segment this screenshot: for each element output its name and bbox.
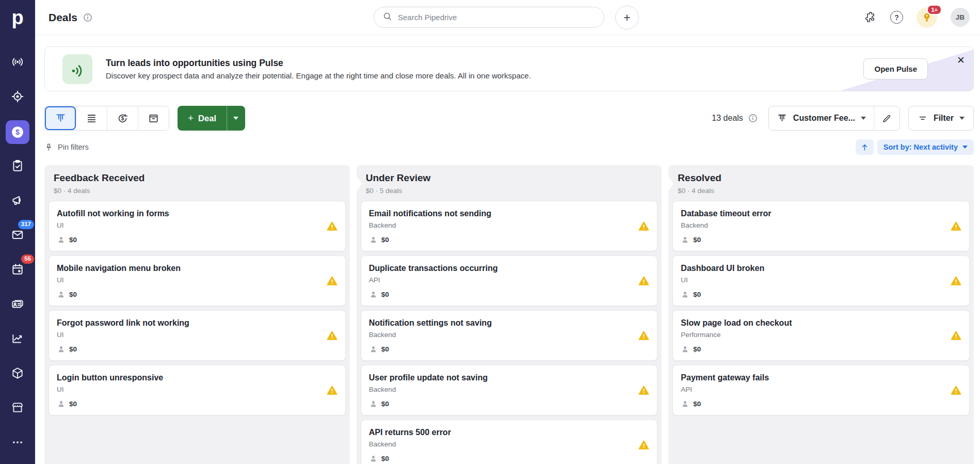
pipedrive-app: p $ bbox=[0, 0, 980, 464]
sidebar-item-marketplace[interactable] bbox=[0, 391, 35, 426]
suggestions-bulb-icon[interactable]: 1+ bbox=[917, 7, 937, 28]
deal-value: $0 bbox=[693, 236, 701, 244]
deal-title: Dashboard UI broken bbox=[681, 263, 946, 274]
mail-icon bbox=[11, 228, 24, 244]
sidebar-item-more[interactable] bbox=[0, 426, 35, 460]
kanban-board: Feedback Received $0 · 4 deals Autofill … bbox=[44, 165, 974, 464]
sidebar-item-mail[interactable]: 317 bbox=[0, 218, 35, 253]
ellipsis-icon bbox=[11, 436, 24, 451]
sidebar-nav: $ 317 55 bbox=[0, 35, 35, 460]
global-search[interactable] bbox=[374, 7, 604, 28]
owner-avatar-icon bbox=[369, 235, 378, 244]
warning-icon bbox=[638, 440, 649, 450]
user-avatar[interactable]: JB bbox=[951, 8, 970, 27]
deal-label: UI bbox=[57, 221, 323, 230]
owner-avatar-icon bbox=[369, 454, 378, 463]
deal-label: UI bbox=[57, 330, 323, 339]
archive-view-button[interactable] bbox=[138, 106, 169, 130]
deals-count-info-icon[interactable] bbox=[748, 113, 758, 123]
deal-title: Autofill not working in forms bbox=[57, 208, 323, 219]
sidebar-item-deals[interactable]: $ bbox=[0, 115, 35, 149]
deal-label: API bbox=[681, 385, 946, 394]
deal-value: $0 bbox=[381, 345, 389, 353]
sidebar-item-prospecting[interactable] bbox=[0, 80, 35, 115]
deal-card[interactable]: Dashboard UI broken UI $0 bbox=[672, 255, 970, 306]
search-input[interactable] bbox=[398, 13, 596, 22]
owner-avatar-icon bbox=[57, 235, 66, 244]
deal-card[interactable]: Notification settings not saving Backend… bbox=[361, 310, 658, 361]
kanban-view-button[interactable] bbox=[45, 106, 76, 130]
deal-title: Slow page load on checkout bbox=[681, 317, 946, 329]
pipedrive-logo[interactable]: p bbox=[0, 0, 35, 35]
pipeline-column: Resolved $0 · 4 deals Database timeout e… bbox=[668, 165, 974, 464]
deal-title: Forgot password link not working bbox=[57, 317, 323, 329]
deal-card[interactable]: Database timeout error Backend $0 bbox=[672, 201, 970, 251]
add-deal-dropdown[interactable] bbox=[227, 106, 245, 131]
filter-button[interactable]: Filter bbox=[908, 106, 974, 131]
apps-puzzle-icon[interactable] bbox=[864, 11, 877, 24]
sort-direction-button[interactable] bbox=[856, 139, 874, 155]
deal-label: Backend bbox=[369, 330, 635, 339]
pipeline-selector[interactable]: Customer Fee... bbox=[769, 106, 874, 130]
sort-by-button[interactable]: Sort by: Next activity bbox=[877, 139, 974, 155]
banner-close-icon[interactable]: ✕ bbox=[957, 55, 965, 65]
deals-toolbar: $ + Deal 13 deals bbox=[44, 106, 974, 131]
sidebar-item-campaigns[interactable] bbox=[0, 184, 35, 218]
help-icon[interactable]: ? bbox=[890, 11, 903, 24]
warning-icon bbox=[951, 276, 961, 286]
sidebar-item-contacts[interactable] bbox=[0, 287, 35, 322]
deal-card[interactable]: Slow page load on checkout Performance $… bbox=[672, 310, 970, 361]
deal-card[interactable]: Email notifications not sending Backend … bbox=[361, 201, 658, 251]
pipeline-column: Feedback Received $0 · 4 deals Autofill … bbox=[44, 165, 350, 464]
deal-card[interactable]: Forgot password link not working UI $0 bbox=[49, 310, 346, 361]
deal-title: Email notifications not sending bbox=[369, 208, 635, 219]
deal-title: User profile update not saving bbox=[369, 372, 635, 383]
deal-card[interactable]: Duplicate transactions occurring API $0 bbox=[361, 255, 658, 306]
sidebar-item-products[interactable] bbox=[0, 357, 35, 391]
deal-value: $0 bbox=[693, 345, 701, 353]
sidebar-item-activities[interactable]: 55 bbox=[0, 253, 35, 287]
owner-avatar-icon bbox=[57, 345, 66, 354]
column-title: Under Review bbox=[366, 172, 653, 184]
notification-badge: 1+ bbox=[927, 5, 942, 15]
pulse-icon bbox=[62, 54, 92, 84]
add-deal-button[interactable]: + Deal bbox=[178, 106, 227, 131]
deal-value: $0 bbox=[381, 291, 389, 298]
view-switcher: $ bbox=[44, 106, 169, 131]
deal-label: Performance bbox=[681, 330, 946, 339]
owner-avatar-icon bbox=[681, 290, 689, 299]
insights-chart-icon bbox=[11, 332, 24, 347]
deals-count: 13 deals bbox=[712, 114, 743, 123]
banner-title: Turn leads into opportunities using Puls… bbox=[106, 58, 531, 69]
deal-label: Backend bbox=[369, 440, 635, 449]
sidebar: p $ bbox=[0, 0, 35, 464]
edit-pipeline-button[interactable] bbox=[874, 106, 899, 130]
deal-card[interactable]: Mobile navigation menu broken UI $0 bbox=[49, 255, 346, 306]
pulse-banner: Turn leads into opportunities using Puls… bbox=[44, 46, 974, 91]
deal-card[interactable]: API returns 500 error Backend $0 bbox=[361, 420, 658, 464]
deal-value: $0 bbox=[381, 236, 389, 244]
filters-row: Pin filters Sort by: Next activity bbox=[44, 139, 974, 155]
megaphone-icon bbox=[11, 194, 24, 209]
add-deal-split-button: + Deal bbox=[178, 106, 245, 131]
deal-card[interactable]: Autofill not working in forms UI $0 bbox=[49, 201, 346, 251]
column-cards: Email notifications not sending Backend … bbox=[357, 200, 662, 464]
forecast-view-button[interactable]: $ bbox=[107, 106, 138, 130]
deals-content: Turn leads into opportunities using Puls… bbox=[35, 35, 980, 464]
deal-title: Duplicate transactions occurring bbox=[369, 263, 635, 274]
deal-title: API returns 500 error bbox=[369, 427, 635, 438]
sidebar-item-leads[interactable] bbox=[0, 45, 35, 80]
deal-card[interactable]: Login button unresponsive UI $0 bbox=[49, 365, 346, 415]
list-view-button[interactable] bbox=[76, 106, 107, 130]
sidebar-item-insights[interactable] bbox=[0, 322, 35, 357]
mail-badge: 317 bbox=[18, 220, 34, 229]
svg-text:$: $ bbox=[121, 116, 124, 121]
owner-avatar-icon bbox=[681, 235, 689, 244]
deal-card[interactable]: User profile update not saving Backend $… bbox=[361, 365, 658, 415]
deal-card[interactable]: Payment gateway fails API $0 bbox=[672, 365, 970, 415]
sidebar-item-tasks[interactable] bbox=[0, 149, 35, 184]
open-pulse-button[interactable]: Open Pulse bbox=[863, 58, 928, 79]
pin-filters-button[interactable]: Pin filters bbox=[44, 143, 89, 152]
deals-info-icon[interactable] bbox=[83, 12, 93, 23]
quick-add-button[interactable]: + bbox=[615, 6, 639, 29]
